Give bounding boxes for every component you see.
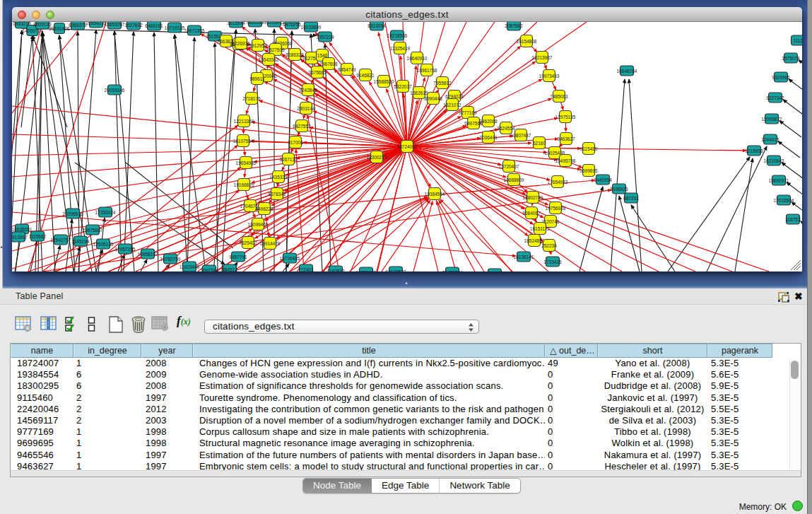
svg-text:02654235: 02654235	[86, 22, 107, 25]
svg-text:16914479: 16914479	[260, 241, 281, 246]
svg-text:989611: 989611	[249, 76, 265, 81]
svg-text:8386379: 8386379	[69, 23, 87, 28]
svg-text:9115460: 9115460	[580, 146, 598, 151]
svg-text:20053346: 20053346	[105, 88, 125, 93]
svg-text:7955812: 7955812	[433, 81, 452, 86]
svg-text:20691406: 20691406	[49, 26, 70, 31]
svg-text:917006: 917006	[288, 140, 303, 145]
svg-text:3913967: 3913967	[12, 235, 28, 240]
svg-text:7485063: 7485063	[550, 94, 568, 99]
svg-text:3675685: 3675685	[308, 70, 326, 75]
svg-text:1615594: 1615594	[227, 22, 245, 25]
svg-text:6466161: 6466161	[145, 23, 163, 28]
svg-text:16961758: 16961758	[417, 68, 437, 73]
svg-text:9215958: 9215958	[745, 148, 763, 153]
svg-text:8454749: 8454749	[338, 67, 356, 72]
svg-text:12975135: 12975135	[555, 115, 576, 119]
svg-text:16033809: 16033809	[301, 25, 322, 30]
svg-text:1226916: 1226916	[232, 41, 250, 46]
svg-text:19384554: 19384554	[425, 192, 445, 197]
svg-text:29975887: 29975887	[83, 228, 103, 233]
svg-text:93103413: 93103413	[264, 22, 285, 25]
svg-text:96532871: 96532871	[485, 271, 505, 272]
svg-text:1115682: 1115682	[29, 234, 47, 239]
svg-text:9527506: 9527506	[266, 47, 285, 52]
svg-text:3267130: 3267130	[279, 157, 298, 162]
svg-text:18300275: 18300275	[367, 155, 387, 160]
svg-text:3624554: 3624554	[497, 126, 515, 131]
svg-text:1244415: 1244415	[761, 137, 779, 142]
svg-text:72423884: 72423884	[442, 270, 463, 272]
svg-text:64139537: 64139537	[386, 269, 406, 272]
svg-text:12213967: 12213967	[532, 55, 553, 60]
svg-text:14136141: 14136141	[514, 255, 534, 259]
svg-text:772401: 772401	[298, 267, 314, 272]
svg-text:19756928: 19756928	[546, 206, 566, 211]
svg-text:6475255: 6475255	[283, 22, 301, 27]
svg-text:17016504: 17016504	[774, 198, 794, 203]
svg-text:11923446: 11923446	[180, 264, 200, 269]
svg-text:18524851: 18524851	[524, 238, 545, 243]
svg-text:16543362: 16543362	[259, 57, 279, 62]
svg-text:2803144: 2803144	[297, 106, 315, 111]
svg-text:16640910: 16640910	[407, 56, 428, 61]
svg-text:687231: 687231	[623, 196, 639, 201]
svg-text:9242848: 9242848	[299, 88, 317, 93]
svg-text:19218586: 19218586	[387, 33, 408, 38]
svg-text:10688809: 10688809	[504, 177, 524, 182]
svg-text:15716485: 15716485	[280, 256, 300, 261]
svg-text:1362615: 1362615	[410, 90, 428, 95]
svg-text:9777169: 9777169	[459, 110, 477, 115]
svg-text:2036441: 2036441	[479, 135, 498, 140]
svg-text:19166825: 19166825	[234, 182, 254, 187]
svg-text:252234: 252234	[541, 243, 557, 248]
svg-text:8186328: 8186328	[286, 52, 304, 57]
svg-text:8813054: 8813054	[367, 23, 386, 28]
svg-text:12942757: 12942757	[51, 238, 71, 243]
svg-text:4192832: 4192832	[326, 269, 345, 272]
svg-text:10958107: 10958107	[138, 252, 158, 257]
svg-text:12505135: 12505135	[93, 242, 114, 247]
svg-text:1112: 1112	[793, 38, 802, 43]
svg-text:16154808: 16154808	[517, 39, 537, 44]
svg-text:7462068: 7462068	[479, 119, 498, 124]
svg-text:8990448: 8990448	[424, 96, 442, 101]
svg-text:7625402: 7625402	[239, 240, 257, 245]
svg-text:17353924: 17353924	[95, 210, 116, 215]
svg-text:16782759: 16782759	[160, 257, 181, 262]
svg-text:16151172: 16151172	[530, 226, 551, 231]
svg-text:9084067: 9084067	[522, 211, 541, 216]
svg-text:9329966: 9329966	[772, 75, 790, 80]
svg-text:17957255: 17957255	[115, 247, 136, 252]
svg-text:7816184: 7816184	[246, 22, 264, 25]
svg-text:1145194: 1145194	[72, 239, 90, 244]
svg-text:20206576: 20206576	[63, 211, 83, 216]
svg-text:1733426: 1733426	[543, 259, 562, 264]
svg-text:9457791: 9457791	[229, 255, 247, 259]
svg-text:2967608: 2967608	[319, 62, 338, 66]
svg-text:1575074: 1575074	[782, 56, 800, 61]
svg-text:4498222: 4498222	[255, 206, 273, 211]
svg-text:15588520: 15588520	[374, 79, 394, 84]
svg-text:1092344: 1092344	[200, 268, 218, 272]
svg-text:116753: 116753	[785, 217, 801, 222]
svg-text:1440954: 1440954	[594, 177, 612, 182]
svg-text:12093872: 12093872	[762, 117, 782, 122]
svg-text:62160: 62160	[533, 141, 546, 146]
svg-text:11325419: 11325419	[390, 46, 411, 51]
svg-text:10807487: 10807487	[511, 133, 531, 138]
svg-text:16648784: 16648784	[617, 69, 637, 74]
svg-text:16099469: 16099469	[248, 222, 269, 227]
svg-text:15495798: 15495798	[555, 158, 576, 163]
svg-text:16107554: 16107554	[233, 139, 254, 144]
svg-text:15692971: 15692971	[769, 178, 789, 183]
svg-text:10671355: 10671355	[184, 28, 205, 33]
svg-text:1527602: 1527602	[124, 23, 143, 28]
svg-text:9699695: 9699695	[579, 168, 598, 173]
svg-text:984512: 984512	[222, 267, 237, 272]
svg-text:10653267: 10653267	[105, 22, 125, 27]
svg-text:9463627: 9463627	[557, 136, 575, 141]
svg-text:10973493: 10973493	[539, 74, 560, 78]
svg-text:9146821: 9146821	[356, 73, 375, 78]
svg-text:8427552: 8427552	[293, 124, 311, 129]
